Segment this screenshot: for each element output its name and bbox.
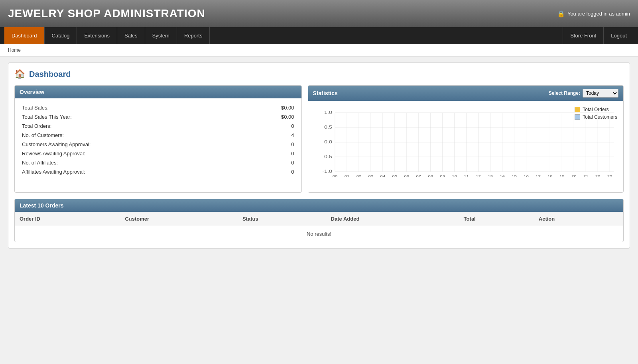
overview-value: $0.00 [242,112,296,121]
dashboard-title: Dashboard [29,70,71,79]
overview-row: No. of Affiliates:0 [20,158,297,167]
breadcrumb: Home [0,44,638,57]
dashboard-top: Overview Total Sales:$0.00Total Sales Th… [14,85,624,193]
chart-legend: Total Orders Total Customers [575,107,617,120]
overview-value: 0 [242,149,296,158]
overview-value: 0 [242,140,296,149]
legend-color-customers [575,114,580,120]
user-info-text: You are logged in as admin [567,11,630,17]
overview-value: 0 [242,121,296,131]
nav-item-store-front[interactable]: Store Front [563,27,603,44]
no-results-cell: No results! [15,226,623,242]
svg-text:00: 00 [332,174,337,178]
overview-value: 4 [242,131,296,140]
svg-text:06: 06 [404,174,409,178]
nav-item-dashboard[interactable]: Dashboard [4,27,45,44]
svg-text:11: 11 [464,174,469,178]
orders-table: Order IDCustomerStatusDate AddedTotalAct… [15,212,623,242]
svg-text:0.5: 0.5 [324,125,332,129]
svg-text:07: 07 [416,174,421,178]
dashboard-header: 🏠 Dashboard [14,69,624,79]
overview-box: Overview Total Sales:$0.00Total Sales Th… [14,85,302,193]
overview-label: Total Sales This Year: [20,112,242,121]
range-selector: Select Range: TodayThis WeekThis MonthTh… [549,89,618,98]
overview-value: 0 [242,167,296,176]
svg-text:22: 22 [595,174,600,178]
overview-row: Customers Awaiting Approval:0 [20,140,297,149]
svg-text:01: 01 [344,174,349,178]
overview-row: Total Sales This Year:$0.00 [20,112,297,121]
svg-text:17: 17 [536,174,541,178]
svg-text:20: 20 [571,174,577,178]
overview-label: Total Sales: [20,103,242,112]
svg-text:04: 04 [380,174,385,178]
overview-row: Reviews Awaiting Approval:0 [20,149,297,158]
header: JEWELRY SHOP ADMINISTRATION 🔒 You are lo… [0,0,638,27]
range-label: Select Range: [549,90,580,96]
statistics-box: Statistics Select Range: TodayThis WeekT… [308,85,624,193]
nav-item-system[interactable]: System [145,27,177,44]
svg-text:0.0: 0.0 [324,140,332,144]
no-results-row: No results! [15,226,623,242]
overview-row: Affiliates Awaiting Approval:0 [20,167,297,176]
svg-text:15: 15 [512,174,517,178]
svg-text:23: 23 [607,174,612,178]
nav-item-catalog[interactable]: Catalog [45,27,77,44]
overview-value: 0 [242,158,296,167]
nav-item-logout[interactable]: Logout [603,27,634,44]
overview-table: Total Sales:$0.00Total Sales This Year:$… [20,103,297,176]
orders-col-order-id: Order ID [15,212,120,226]
svg-text:-0.5: -0.5 [322,155,332,159]
overview-header: Overview [15,86,301,98]
overview-value: $0.00 [242,103,296,112]
nav-item-reports[interactable]: Reports [177,27,210,44]
breadcrumb-home[interactable]: Home [8,47,21,53]
svg-text:03: 03 [368,174,373,178]
statistics-header: Statistics Select Range: TodayThis WeekT… [308,86,623,101]
svg-text:19: 19 [559,174,565,178]
svg-text:18: 18 [547,174,553,178]
svg-text:13: 13 [488,174,493,178]
dashboard-panel: 🏠 Dashboard Overview Total Sales:$0.00To… [8,63,630,249]
overview-label: No. of Customers: [20,131,242,140]
nav-item-sales[interactable]: Sales [117,27,145,44]
legend-color-orders [575,107,580,112]
main-content: 🏠 Dashboard Overview Total Sales:$0.00To… [0,57,638,254]
overview-label: No. of Affiliates: [20,158,242,167]
overview-label: Total Orders: [20,121,242,131]
chart-container: 1.0 0.5 0.0 -0.5 -1.0 00 01 02 03 04 05 … [308,101,623,192]
nav: DashboardCatalogExtensionsSalesSystemRep… [0,27,638,44]
orders-box: Latest 10 Orders Order IDCustomerStatusD… [14,199,624,242]
orders-header: Latest 10 Orders [15,199,623,212]
statistics-title: Statistics [313,90,338,96]
overview-row: Total Orders:0 [20,121,297,131]
legend-label-customers: Total Customers [583,114,617,120]
svg-text:16: 16 [524,174,529,178]
overview-row: No. of Customers:4 [20,131,297,140]
svg-text:21: 21 [583,174,588,178]
svg-text:08: 08 [428,174,433,178]
nav-left: DashboardCatalogExtensionsSalesSystemRep… [4,27,210,44]
orders-col-total: Total [459,212,534,226]
svg-text:09: 09 [440,174,445,178]
range-select[interactable]: TodayThis WeekThis MonthThis Year [583,89,618,98]
nav-right: Store FrontLogout [563,27,634,44]
overview-body: Total Sales:$0.00Total Sales This Year:$… [15,98,301,181]
site-title: JEWELRY SHOP ADMINISTRATION [8,7,205,20]
overview-row: Total Sales:$0.00 [20,103,297,112]
orders-col-status: Status [238,212,326,226]
legend-total-orders: Total Orders [575,107,617,112]
orders-table-header-row: Order IDCustomerStatusDate AddedTotalAct… [15,212,623,226]
stats-chart: 1.0 0.5 0.0 -0.5 -1.0 00 01 02 03 04 05 … [312,105,619,184]
user-info: 🔒 You are logged in as admin [557,10,630,18]
nav-item-extensions[interactable]: Extensions [77,27,117,44]
svg-text:12: 12 [476,174,481,178]
home-icon: 🏠 [14,69,25,79]
orders-table-head: Order IDCustomerStatusDate AddedTotalAct… [15,212,623,226]
svg-text:-1.0: -1.0 [322,169,332,174]
svg-text:10: 10 [452,174,457,178]
overview-label: Customers Awaiting Approval: [20,140,242,149]
overview-label: Reviews Awaiting Approval: [20,149,242,158]
svg-text:05: 05 [392,174,397,178]
orders-col-action: Action [534,212,623,226]
